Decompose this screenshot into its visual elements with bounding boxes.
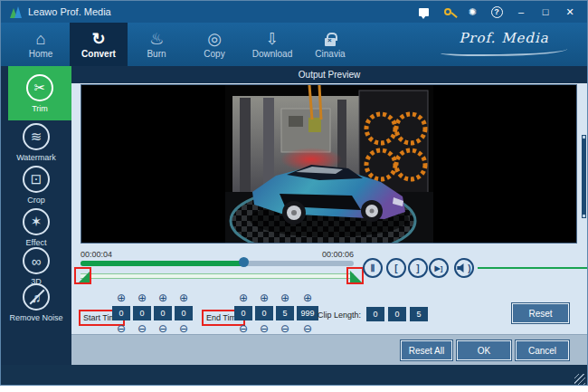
download-icon: ⇩ (265, 30, 279, 48)
timestamp-current: 00:00:04 (81, 250, 112, 259)
minus-icon[interactable]: ⊖ (260, 323, 269, 334)
help-icon[interactable]: ? (488, 5, 505, 19)
annotation-box-end-handle (346, 267, 364, 284)
crop-icon: ⊡ (23, 166, 50, 193)
pause-icon: Ⅱ (371, 263, 375, 273)
vertical-scrollbar[interactable] (582, 135, 586, 218)
video-frame-car-scene (225, 85, 433, 243)
window-title: Leawo Prof. Media (28, 6, 111, 17)
register-key-icon[interactable] (440, 5, 456, 19)
end-time-value-1[interactable]: 0 (234, 306, 252, 320)
remove-noise-icon: ♫ (23, 283, 50, 311)
end-time-value-2[interactable]: 0 (255, 306, 273, 320)
minus-icon[interactable]: ⊖ (280, 323, 289, 334)
plus-icon[interactable]: ⊕ (179, 292, 188, 303)
minus-icon[interactable]: ⊖ (239, 323, 248, 334)
end-time-spinner-3: ⊕ 5 ⊖ (275, 292, 295, 334)
bracket-right-icon: ] (416, 263, 419, 273)
play-section-button[interactable]: ▶] (429, 258, 449, 278)
start-time-value-3[interactable]: 0 (154, 306, 172, 320)
annotation-box-start-handle (74, 267, 91, 284)
output-preview-header: Output Preview (71, 66, 587, 83)
cancel-button[interactable]: Cancel (516, 340, 569, 360)
action-bar: Reset All OK Cancel (71, 334, 587, 365)
tab-download[interactable]: ⇩ Download (243, 23, 301, 66)
minus-icon[interactable]: ⊖ (179, 323, 188, 334)
playhead-handle[interactable] (239, 257, 249, 267)
minus-icon[interactable]: ⊖ (158, 323, 167, 334)
start-time-value-2[interactable]: 0 (133, 306, 151, 320)
clip-length-value-1: 0 (366, 307, 384, 321)
start-time-spinner-4: ⊕ 0 ⊖ (174, 292, 194, 334)
app-window: Leawo Prof. Media ✺ ? – □ ✕ ⌂ Home ↻ Con… (0, 0, 588, 386)
clip-length-label: Clip Length: (305, 311, 361, 320)
trim-scissors-icon: ✂ (26, 74, 53, 101)
cinavia-lock-icon (325, 38, 336, 46)
start-time-value-4[interactable]: 0 (175, 306, 193, 320)
clip-length-value-2: 0 (388, 307, 406, 321)
end-time-value-3[interactable]: 5 (276, 306, 294, 320)
sidebar-item-trim[interactable]: ✂ Trim (8, 66, 71, 120)
pause-button[interactable]: Ⅱ (363, 258, 383, 278)
titlebar: Leawo Prof. Media ✺ ? – □ ✕ (1, 1, 587, 23)
start-time-value-1[interactable]: 0 (112, 306, 130, 320)
start-time-spinner-3: ⊕ 0 ⊖ (153, 292, 173, 334)
maximize-button[interactable]: □ (537, 5, 554, 19)
plus-icon[interactable]: ⊕ (117, 292, 126, 303)
minus-icon[interactable]: ⊖ (138, 323, 147, 334)
tab-burn[interactable]: ♨ Burn (128, 23, 185, 66)
minus-icon[interactable]: ⊖ (117, 323, 126, 334)
main-nav: ⌂ Home ↻ Convert ♨ Burn ◎ Copy ⇩ Downloa… (1, 23, 587, 66)
status-footer (1, 365, 587, 386)
ok-button[interactable]: OK (457, 340, 511, 360)
leawo-logo-icon (10, 6, 22, 18)
sidebar-item-remove-noise[interactable]: ♫ Remove Noise (1, 283, 71, 322)
end-time-spinner-1: ⊕ 0 ⊖ (233, 292, 253, 334)
speaker-icon (457, 263, 467, 273)
set-end-button[interactable]: ] (408, 258, 428, 278)
seek-bar[interactable] (81, 261, 354, 266)
copy-disc-icon: ◎ (207, 30, 222, 48)
trim-track[interactable] (81, 273, 354, 279)
tab-copy[interactable]: ◎ Copy (185, 23, 243, 66)
reset-button[interactable]: Reset (512, 303, 569, 323)
plus-icon[interactable]: ⊕ (239, 292, 248, 303)
minus-icon[interactable]: ⊖ (303, 323, 312, 334)
home-icon: ⌂ (36, 30, 46, 48)
minimize-button[interactable]: – (513, 5, 529, 19)
plus-icon[interactable]: ⊕ (303, 292, 312, 303)
resize-grip[interactable] (574, 374, 585, 385)
3d-glasses-icon: ∞ (23, 247, 50, 274)
clip-length-value-3: 5 (410, 307, 428, 321)
sidebar: ✂ Trim ≋ Watermark ⊡ Crop ✶ Effect ∞ 3D … (1, 66, 71, 365)
burn-icon: ♨ (149, 30, 164, 48)
plus-icon[interactable]: ⊕ (260, 292, 269, 303)
close-button[interactable]: ✕ (562, 5, 578, 19)
effect-wand-icon: ✶ (23, 208, 50, 235)
plus-icon[interactable]: ⊕ (280, 292, 289, 303)
plus-icon[interactable]: ⊕ (158, 292, 167, 303)
sidebar-item-watermark[interactable]: ≋ Watermark (1, 123, 71, 162)
start-time-spinner-1: ⊕ 0 ⊖ (111, 292, 131, 334)
plus-icon[interactable]: ⊕ (138, 292, 147, 303)
watermark-icon: ≋ (23, 123, 50, 150)
settings-gear-icon[interactable]: ✺ (464, 5, 480, 19)
sidebar-item-3d[interactable]: ∞ 3D (1, 247, 71, 286)
tab-convert[interactable]: ↻ Convert (70, 23, 128, 66)
trim-panel: Output Preview (71, 66, 587, 365)
sidebar-item-effect[interactable]: ✶ Effect (1, 208, 71, 247)
sidebar-item-crop[interactable]: ⊡ Crop (1, 166, 71, 205)
set-start-button[interactable]: [ (386, 258, 406, 278)
tab-home[interactable]: ⌂ Home (12, 23, 70, 66)
feedback-icon[interactable] (415, 5, 432, 19)
reset-all-button[interactable]: Reset All (401, 340, 452, 360)
tab-cinavia[interactable]: Cinavia (301, 23, 359, 66)
volume-button[interactable]: ) (454, 258, 474, 278)
timestamp-end: 00:00:06 (281, 250, 354, 259)
play-section-icon: ▶] (435, 264, 443, 272)
start-time-spinner-2: ⊕ 0 ⊖ (132, 292, 152, 334)
end-time-spinner-2: ⊕ 0 ⊖ (254, 292, 274, 334)
volume-slider[interactable] (478, 267, 588, 269)
video-preview (81, 84, 577, 244)
bracket-left-icon: [ (394, 263, 397, 273)
